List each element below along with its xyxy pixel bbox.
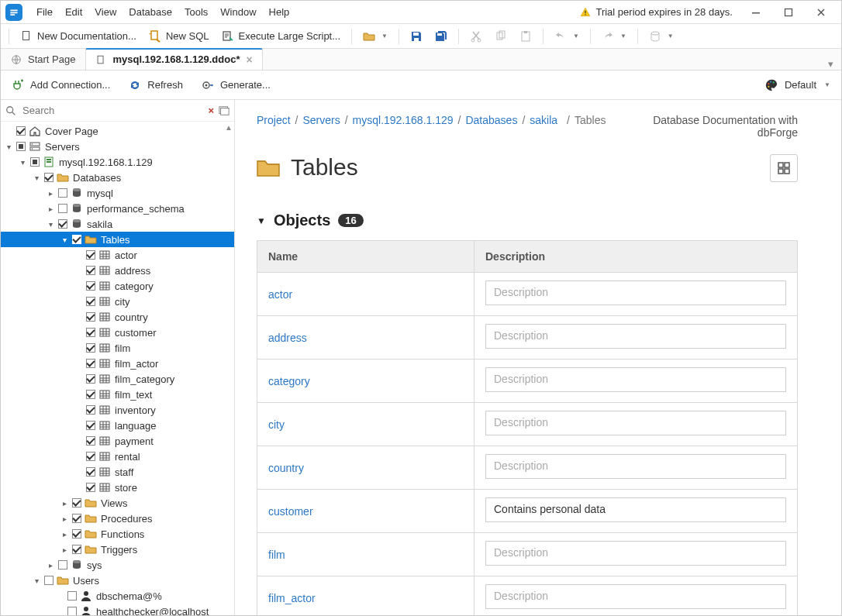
tree-expander[interactable]: ▾ bbox=[60, 236, 69, 244]
tree-checkbox[interactable] bbox=[44, 173, 53, 182]
redo-button[interactable]: ▼ bbox=[597, 26, 631, 46]
tree-checkbox[interactable] bbox=[86, 374, 95, 384]
tree-expander[interactable]: ▸ bbox=[46, 189, 55, 198]
tree-checkbox[interactable] bbox=[16, 142, 26, 151]
menu-database[interactable]: Database bbox=[123, 1, 178, 24]
object-name-link[interactable]: film bbox=[268, 549, 285, 561]
tree-expander[interactable]: ▾ bbox=[4, 143, 13, 151]
menu-edit[interactable]: Edit bbox=[59, 1, 88, 24]
tree-node-db-mysql[interactable]: ▸ mysql bbox=[1, 185, 234, 201]
execute-large-script-button[interactable]: Execute Large Script... bbox=[217, 26, 346, 46]
menu-window[interactable]: Window bbox=[214, 1, 262, 24]
tree-checkbox[interactable] bbox=[86, 405, 95, 415]
tree-node-table[interactable]: inventory bbox=[1, 402, 234, 418]
tree-checkbox[interactable] bbox=[86, 250, 95, 260]
tree-node-db-sakila[interactable]: ▾ sakila bbox=[1, 216, 234, 232]
tree-checkbox[interactable] bbox=[58, 219, 67, 229]
breadcrumb-host[interactable]: mysql.192.168.1.129 bbox=[353, 114, 454, 126]
object-name-link[interactable]: city bbox=[268, 418, 285, 431]
breadcrumb-databases[interactable]: Databases bbox=[465, 114, 517, 126]
tree-checkbox[interactable] bbox=[58, 560, 67, 570]
tree-node-table[interactable]: address bbox=[1, 263, 234, 278]
tree-expander[interactable]: ▾ bbox=[32, 174, 41, 182]
object-description-input[interactable] bbox=[485, 584, 786, 609]
tree-node-table[interactable]: staff bbox=[1, 464, 234, 480]
panel-toggle-icon[interactable] bbox=[219, 105, 229, 116]
tree-node-triggers[interactable]: ▸ Triggers bbox=[1, 542, 234, 557]
tree-node-server-host[interactable]: ▾ mysql.192.168.1.129 bbox=[1, 154, 234, 170]
object-name-link[interactable]: customer bbox=[268, 505, 313, 518]
breadcrumb-servers[interactable]: Servers bbox=[302, 114, 340, 126]
object-description-input[interactable] bbox=[485, 411, 786, 435]
search-clear-button[interactable]: × bbox=[208, 105, 214, 116]
tree-expander[interactable]: ▸ bbox=[46, 205, 55, 213]
tree-node-table[interactable]: customer bbox=[1, 325, 234, 340]
tree-checkbox[interactable] bbox=[86, 467, 95, 477]
view-grid-toggle[interactable] bbox=[770, 154, 798, 182]
save-button[interactable] bbox=[405, 26, 427, 46]
tree-checkbox[interactable] bbox=[72, 235, 81, 244]
tree-checkbox[interactable] bbox=[86, 452, 95, 461]
tree-checkbox[interactable] bbox=[86, 483, 95, 492]
object-description-input[interactable] bbox=[485, 280, 786, 305]
database-dropdown-button[interactable]: ▼ bbox=[644, 26, 678, 46]
tree-checkbox[interactable] bbox=[86, 436, 95, 446]
tree-checkbox[interactable] bbox=[58, 204, 67, 213]
object-name-link[interactable]: country bbox=[268, 462, 304, 474]
tree-checkbox[interactable] bbox=[72, 545, 81, 554]
open-folder-button[interactable]: ▼ bbox=[358, 26, 392, 46]
tree-node-table[interactable]: film bbox=[1, 340, 234, 356]
tree-node-db-performance-schema[interactable]: ▸ performance_schema bbox=[1, 201, 234, 216]
tree-checkbox[interactable] bbox=[72, 498, 81, 508]
theme-selector[interactable]: Default ▼ bbox=[760, 75, 835, 95]
tree-checkbox[interactable] bbox=[67, 607, 77, 615]
tree-checkbox[interactable] bbox=[86, 359, 95, 368]
undo-button[interactable]: ▼ bbox=[550, 26, 584, 46]
tree-checkbox[interactable] bbox=[67, 591, 77, 601]
tree-node-user[interactable]: healthchecker@localhost bbox=[1, 604, 234, 615]
new-documentation-button[interactable]: New Documentation... bbox=[16, 26, 141, 46]
object-description-input[interactable] bbox=[485, 497, 786, 522]
object-name-link[interactable]: film_actor bbox=[268, 592, 316, 604]
tab-active-document[interactable]: mysql.192.168.1.129.ddoc* × bbox=[85, 48, 262, 70]
tree-node-table[interactable]: payment bbox=[1, 433, 234, 449]
menu-tools[interactable]: Tools bbox=[178, 1, 214, 24]
copy-button[interactable] bbox=[490, 26, 512, 46]
object-name-link[interactable]: address bbox=[268, 332, 307, 344]
content-scroll[interactable]: Project/ Servers/ mysql.192.168.1.129/ D… bbox=[235, 100, 841, 615]
tree-checkbox[interactable] bbox=[86, 281, 95, 291]
tree-checkbox[interactable] bbox=[72, 529, 81, 539]
tab-start-page[interactable]: Start Page bbox=[1, 48, 85, 70]
tree-expander[interactable]: ▾ bbox=[46, 220, 55, 229]
paste-button[interactable] bbox=[515, 26, 537, 46]
tree-node-table[interactable]: film_text bbox=[1, 387, 234, 402]
tree-node-cover-page[interactable]: Cover Page bbox=[1, 123, 234, 139]
tree-checkbox[interactable] bbox=[86, 266, 95, 275]
tree-node-user[interactable]: dbschema@% bbox=[1, 588, 234, 604]
tree-node-table[interactable]: city bbox=[1, 294, 234, 309]
tree-expander[interactable]: ▸ bbox=[60, 545, 69, 554]
tree-checkbox[interactable] bbox=[30, 157, 40, 167]
tree-node-table[interactable]: category bbox=[1, 278, 234, 294]
tab-close-button[interactable]: × bbox=[246, 49, 252, 71]
object-tree[interactable]: ▲ Cover Page ▾ Servers ▾ bbox=[1, 122, 234, 615]
tree-node-servers[interactable]: ▾ Servers bbox=[1, 139, 234, 154]
tree-expander[interactable]: ▾ bbox=[18, 158, 27, 167]
tabstrip-overflow-button[interactable]: ▾ bbox=[820, 58, 841, 70]
tree-node-table[interactable]: film_category bbox=[1, 371, 234, 387]
object-description-input[interactable] bbox=[485, 541, 786, 566]
tree-checkbox[interactable] bbox=[58, 188, 67, 198]
tree-node-table[interactable]: film_actor bbox=[1, 356, 234, 371]
object-name-link[interactable]: actor bbox=[268, 288, 292, 301]
objects-section-header[interactable]: ▼ Objects 16 bbox=[257, 212, 798, 229]
cut-button[interactable] bbox=[465, 26, 487, 46]
save-all-button[interactable] bbox=[430, 26, 452, 46]
tree-checkbox[interactable] bbox=[86, 390, 95, 399]
tree-expander[interactable]: ▸ bbox=[60, 499, 69, 508]
tree-node-table[interactable]: language bbox=[1, 418, 234, 433]
breadcrumb-project[interactable]: Project bbox=[257, 114, 291, 126]
tree-checkbox[interactable] bbox=[86, 343, 95, 353]
tree-node-procedures[interactable]: ▸ Procedures bbox=[1, 511, 234, 526]
tree-node-tables[interactable]: ▾ Tables bbox=[1, 232, 234, 247]
tree-node-table[interactable]: actor bbox=[1, 247, 234, 263]
